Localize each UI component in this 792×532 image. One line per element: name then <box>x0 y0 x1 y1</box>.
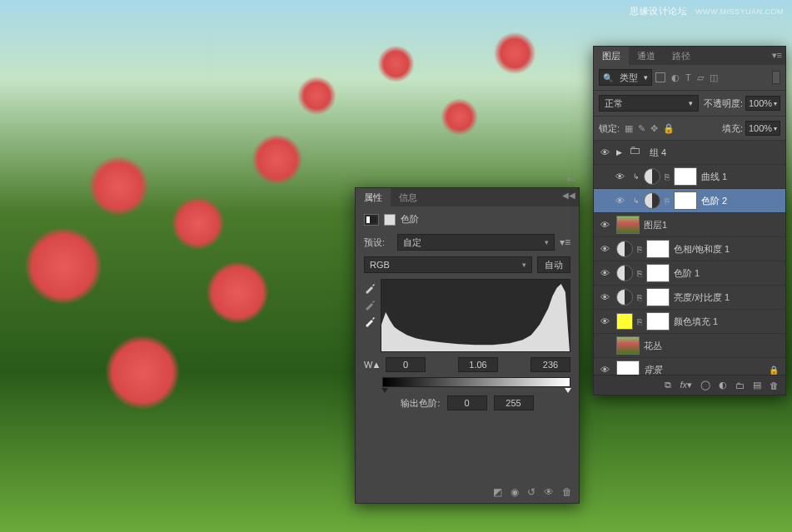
lock-transparency-icon[interactable]: ▦ <box>625 123 633 134</box>
output-gradient[interactable] <box>382 377 570 387</box>
lock-all-icon[interactable]: 🔒 <box>663 123 675 134</box>
delete-layer-icon[interactable]: 🗑 <box>770 380 779 390</box>
panel-menu-icon[interactable]: ▾≡ <box>567 175 575 183</box>
mask-thumb[interactable] <box>646 264 670 282</box>
layer-name[interactable]: 组 4 <box>650 147 782 159</box>
layer-row[interactable]: 👁⎘色阶 1 <box>594 261 785 286</box>
histogram-display[interactable] <box>381 279 570 352</box>
layer-name[interactable]: 图层1 <box>644 219 782 231</box>
layers-footer: ⧉ fx▾ ◯ ◐ 🗀 ▤ 🗑 <box>594 375 785 395</box>
layer-thumb[interactable] <box>616 216 640 234</box>
link-icon[interactable]: ⎘ <box>637 269 642 278</box>
layer-name[interactable]: 花丛 <box>644 340 782 352</box>
layer-name[interactable]: 色相/饱和度 1 <box>674 243 782 256</box>
link-icon[interactable]: ⎘ <box>637 245 642 254</box>
new-layer-icon[interactable]: ▤ <box>753 380 761 390</box>
link-layers-icon[interactable]: ⧉ <box>665 380 671 390</box>
visibility-toggle[interactable]: 👁 <box>597 147 612 157</box>
lock-pixels-icon[interactable]: ✎ <box>638 123 645 134</box>
layer-row[interactable]: 花丛 <box>594 334 785 358</box>
mask-thumb[interactable] <box>646 288 670 306</box>
layer-row[interactable]: 👁↳⎘色阶 2 <box>594 189 785 213</box>
visibility-toggle[interactable]: 👁 <box>597 292 612 302</box>
layer-thumb[interactable] <box>616 336 640 355</box>
layer-name[interactable]: 色阶 2 <box>701 195 782 207</box>
mask-thumb[interactable] <box>646 312 670 331</box>
mask-icon[interactable] <box>384 214 396 226</box>
layer-style-icon[interactable]: fx▾ <box>680 380 692 390</box>
tab-layers[interactable]: 图层 <box>594 47 629 66</box>
lock-position-icon[interactable]: ✥ <box>650 123 658 134</box>
collapse-icon[interactable]: ◀◀ <box>562 191 575 200</box>
link-icon[interactable]: ⎘ <box>637 293 642 302</box>
mask-thumb[interactable] <box>674 167 697 186</box>
properties-panel: 属性 信息 ◀◀ ▾≡ 色阶 预设: 自定 ▾ ▾≡ RGB ▾ 自动 <box>355 187 580 504</box>
blend-mode-select[interactable]: 正常 ▾ <box>599 95 699 112</box>
mask-thumb[interactable] <box>674 191 697 210</box>
white-point-eyedropper[interactable] <box>364 316 376 327</box>
chevron-down-icon: ▾ <box>545 238 549 246</box>
tab-info[interactable]: 信息 <box>391 188 426 207</box>
layer-row[interactable]: 👁▶🗀组 4 <box>594 141 785 165</box>
visibility-toggle[interactable]: 👁 <box>612 196 627 206</box>
output-black-field[interactable]: 0 <box>447 395 487 410</box>
filter-type-select[interactable]: 🔍 类型 ▾ <box>599 69 652 86</box>
visibility-toggle[interactable]: 👁 <box>597 365 612 375</box>
filter-smart-icon[interactable]: ◫ <box>710 72 718 83</box>
visibility-icon[interactable]: 👁 <box>544 486 554 498</box>
layer-name[interactable]: 色阶 1 <box>674 267 782 280</box>
input-black-field[interactable]: 0 <box>386 357 426 372</box>
new-group-icon[interactable]: 🗀 <box>735 380 745 390</box>
new-adjustment-icon[interactable]: ◐ <box>719 380 727 390</box>
levels-icon <box>364 214 379 226</box>
opacity-field[interactable]: 100%▾ <box>745 96 780 111</box>
clip-icon[interactable]: ◩ <box>493 486 502 498</box>
mask-thumb[interactable] <box>646 240 670 258</box>
black-point-eyedropper[interactable] <box>364 282 376 294</box>
layer-row[interactable]: 👁↳⎘曲线 1 <box>594 165 785 189</box>
layer-row[interactable]: 👁图层1 <box>594 213 785 237</box>
filter-pixel-icon[interactable] <box>655 72 665 82</box>
layer-name[interactable]: 曲线 1 <box>701 171 782 183</box>
panel-menu-icon[interactable]: ▾≡ <box>772 50 782 61</box>
fill-field[interactable]: 100%▾ <box>745 121 780 136</box>
tab-paths[interactable]: 路径 <box>664 47 699 66</box>
layer-name[interactable]: 亮度/对比度 1 <box>674 291 782 304</box>
visibility-toggle[interactable]: 👁 <box>597 244 612 254</box>
gray-point-eyedropper[interactable] <box>364 299 376 311</box>
reset-icon[interactable]: ↺ <box>527 486 535 498</box>
layer-row[interactable]: 👁⎘亮度/对比度 1 <box>594 286 785 310</box>
input-gamma-field[interactable]: 1.06 <box>458 357 498 372</box>
slider-white-handle[interactable] <box>565 388 571 393</box>
layer-row[interactable]: 👁⎘颜色填充 1 <box>594 310 785 334</box>
visibility-toggle[interactable]: 👁 <box>597 220 612 230</box>
view-previous-icon[interactable]: ◉ <box>511 486 519 498</box>
preset-select[interactable]: 自定 ▾ <box>397 234 555 251</box>
filter-shape-icon[interactable]: ▱ <box>697 72 704 83</box>
visibility-toggle[interactable]: 👁 <box>597 268 612 278</box>
input-white-field[interactable]: 236 <box>530 357 570 372</box>
tab-properties[interactable]: 属性 <box>356 188 391 207</box>
layer-row[interactable]: 👁⎘色相/饱和度 1 <box>594 237 785 261</box>
channel-select[interactable]: RGB ▾ <box>364 256 532 273</box>
link-icon[interactable]: ⎘ <box>637 317 642 326</box>
filter-adjustment-icon[interactable]: ◐ <box>671 72 680 83</box>
adjustment-thumb <box>644 168 660 185</box>
slider-black-handle[interactable] <box>381 388 388 393</box>
link-icon[interactable]: ⎘ <box>665 172 670 181</box>
layer-name[interactable]: 颜色填充 1 <box>674 316 782 328</box>
preset-menu-icon[interactable]: ▾≡ <box>560 236 570 248</box>
output-white-field[interactable]: 255 <box>494 395 534 410</box>
link-icon[interactable]: ⎘ <box>665 196 670 206</box>
filter-type-icon[interactable]: T <box>685 72 691 82</box>
tab-channels[interactable]: 通道 <box>629 47 664 66</box>
trash-icon[interactable]: 🗑 <box>562 486 572 498</box>
layers-tabs: 图层 通道 路径 ▾≡ <box>594 47 785 65</box>
auto-button[interactable]: 自动 <box>537 256 570 273</box>
filter-toggle[interactable] <box>772 71 780 84</box>
expand-icon[interactable]: ▶ <box>616 148 625 157</box>
visibility-toggle[interactable]: 👁 <box>597 316 612 326</box>
visibility-toggle[interactable]: 👁 <box>612 172 627 181</box>
preset-label: 预设: <box>364 236 392 249</box>
add-mask-icon[interactable]: ◯ <box>700 380 710 390</box>
